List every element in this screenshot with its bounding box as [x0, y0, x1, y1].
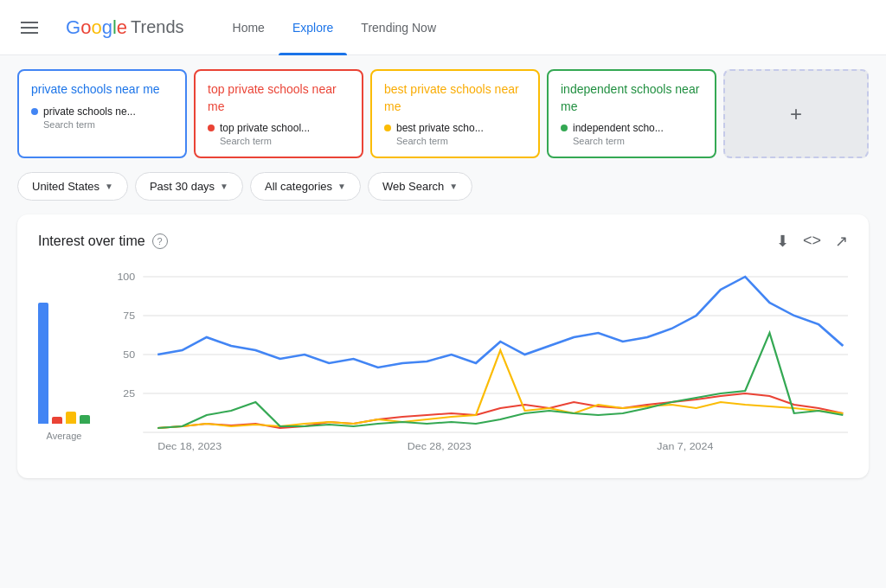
main-content: private schools near me private schools … [0, 55, 886, 492]
average-bar-section: Average [38, 268, 90, 461]
chart-title: Interest over time [38, 233, 145, 249]
card-term-2: best private scho... [384, 122, 526, 134]
chevron-down-icon-4: ▼ [449, 182, 458, 191]
filter-time-label: Past 30 days [150, 180, 215, 193]
add-search-card-button[interactable]: + [723, 69, 869, 158]
blue-line [157, 277, 843, 368]
svg-text:Dec 28, 2023: Dec 28, 2023 [408, 441, 472, 451]
card-title-2: best private schools near me [384, 81, 526, 115]
avg-bar-red [52, 417, 62, 424]
embed-icon[interactable]: <> [803, 232, 821, 251]
chart-title-group: Interest over time ? [38, 233, 168, 249]
header: Google Trends Home Explore Trending Now [0, 0, 886, 55]
dot-yellow-2 [384, 125, 391, 131]
logo-o1: o [80, 16, 91, 39]
average-label: Average [47, 431, 82, 441]
dot-blue-0 [31, 108, 38, 115]
green-line [157, 333, 843, 428]
filter-country-label: United States [32, 180, 100, 193]
help-icon[interactable]: ? [152, 233, 168, 249]
line-chart-svg: 100 75 50 25 Dec 18, 2023 Dec 28, 2023 J… [104, 268, 848, 458]
search-cards-row: private schools near me private schools … [17, 69, 869, 158]
card-title-0: private schools near me [31, 81, 173, 99]
nav-trending-now[interactable]: Trending Now [347, 0, 450, 55]
chart-panel: Interest over time ? ⬇ <> ↗ Average [17, 214, 869, 478]
menu-icon[interactable] [14, 15, 45, 41]
card-label-3: Search term [561, 136, 703, 146]
chevron-down-icon-2: ▼ [220, 182, 228, 191]
search-card-2[interactable]: best private schools near me best privat… [370, 69, 540, 158]
chart-area: Average 100 75 50 25 Dec 18, 2023 [38, 268, 848, 461]
filters-row: United States ▼ Past 30 days ▼ All categ… [17, 172, 869, 201]
filter-search-type-label: Web Search [382, 180, 444, 193]
nav-home[interactable]: Home [219, 0, 279, 55]
share-icon[interactable]: ↗ [835, 232, 848, 251]
dot-green-3 [561, 125, 568, 131]
chart-header: Interest over time ? ⬇ <> ↗ [38, 232, 848, 251]
download-icon[interactable]: ⬇ [776, 232, 789, 251]
line-chart-container: 100 75 50 25 Dec 18, 2023 Dec 28, 2023 J… [104, 268, 848, 461]
svg-text:50: 50 [123, 349, 135, 360]
google-trends-logo[interactable]: Google Trends [66, 16, 184, 39]
card-term-0: private schools ne... [31, 105, 173, 118]
svg-text:Jan 7, 2024: Jan 7, 2024 [657, 441, 713, 451]
dot-red-1 [208, 125, 215, 131]
search-card-3[interactable]: independent schools near me independent … [547, 69, 716, 158]
svg-text:Dec 18, 2023: Dec 18, 2023 [157, 441, 222, 451]
chart-actions: ⬇ <> ↗ [776, 232, 848, 251]
card-label-2: Search term [384, 136, 526, 146]
svg-text:25: 25 [123, 388, 135, 399]
chevron-down-icon-3: ▼ [337, 182, 346, 191]
yellow-line [157, 350, 843, 428]
search-card-0[interactable]: private schools near me private schools … [17, 69, 187, 158]
card-term-3: independent scho... [561, 122, 703, 134]
card-title-3: independent schools near me [561, 81, 703, 115]
logo-g: G [66, 16, 80, 39]
red-line [157, 393, 843, 428]
main-nav: Home Explore Trending Now [219, 0, 450, 55]
add-icon: + [790, 102, 802, 126]
card-label-0: Search term [31, 119, 173, 130]
filter-category-label: All categories [265, 180, 332, 193]
logo-e: e [117, 16, 127, 39]
logo-o2: o [91, 16, 101, 39]
logo-trends: Trends [131, 17, 184, 37]
nav-explore[interactable]: Explore [279, 0, 347, 55]
filter-search-type[interactable]: Web Search ▼ [368, 172, 472, 201]
filter-country[interactable]: United States ▼ [17, 172, 128, 201]
svg-text:75: 75 [123, 310, 135, 321]
logo-g2: g [102, 16, 112, 39]
filter-category[interactable]: All categories ▼ [250, 172, 361, 201]
card-label-1: Search term [208, 136, 350, 146]
card-term-1: top private school... [208, 122, 350, 134]
filter-time[interactable]: Past 30 days ▼ [135, 172, 243, 201]
avg-bar-blue [38, 303, 48, 424]
svg-text:100: 100 [117, 272, 135, 282]
chevron-down-icon: ▼ [105, 182, 113, 191]
search-card-1[interactable]: top private schools near me top private … [194, 69, 363, 158]
avg-bar-green [80, 415, 90, 424]
card-title-1: top private schools near me [208, 81, 350, 115]
avg-bar-yellow [66, 412, 76, 424]
average-bars [38, 268, 90, 424]
